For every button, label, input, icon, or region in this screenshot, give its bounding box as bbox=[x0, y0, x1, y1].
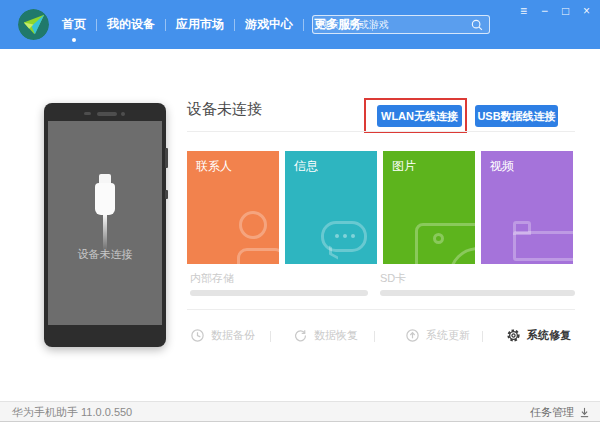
data-backup-action: 数据备份 bbox=[190, 328, 255, 343]
search-input[interactable] bbox=[313, 16, 470, 33]
action-separator bbox=[374, 331, 375, 342]
phone-top-bezel bbox=[44, 111, 166, 117]
search-icon bbox=[470, 18, 484, 32]
nav-item-app-market[interactable]: 应用市场 bbox=[166, 16, 234, 33]
nav-item-home[interactable]: 首页 bbox=[52, 16, 96, 33]
phone-camera bbox=[121, 112, 125, 116]
phone-volume-button bbox=[165, 148, 168, 168]
contacts-icon bbox=[239, 211, 267, 239]
usb-connect-button[interactable]: USB数据线连接 bbox=[475, 105, 558, 127]
action-separator bbox=[270, 331, 271, 342]
nav-item-game-center[interactable]: 游戏中心 bbox=[235, 16, 303, 33]
phone-illustration: 设备未连接 bbox=[44, 103, 166, 347]
maximize-icon[interactable]: □ bbox=[560, 4, 571, 18]
header-bar: 首页 我的设备 应用市场 游戏中心 更多服务 ≡ − □ × bbox=[0, 0, 600, 49]
internal-storage-bar bbox=[190, 290, 368, 296]
tile-contacts[interactable]: 联系人 bbox=[187, 151, 279, 264]
divider bbox=[187, 131, 575, 132]
device-status-title: 设备未连接 bbox=[187, 100, 262, 119]
active-dot bbox=[72, 38, 76, 42]
window-controls: ≡ − □ × bbox=[518, 4, 592, 18]
divider bbox=[187, 309, 575, 310]
phone-speaker bbox=[97, 112, 117, 116]
phone-screen: 设备未连接 bbox=[48, 121, 162, 325]
backup-clock-icon bbox=[190, 328, 205, 343]
system-update-action: 系统更新 bbox=[405, 328, 470, 343]
action-separator bbox=[482, 331, 483, 342]
menu-icon[interactable]: ≡ bbox=[518, 4, 529, 18]
tile-messages[interactable]: 信息 bbox=[285, 151, 377, 264]
usb-cable bbox=[103, 215, 107, 251]
phone-power-button bbox=[165, 190, 168, 199]
data-restore-action: 数据恢复 bbox=[293, 328, 358, 343]
phone-status-label: 设备未连接 bbox=[48, 247, 162, 262]
restore-arrow-icon bbox=[293, 328, 308, 343]
tile-pictures[interactable]: 图片 bbox=[383, 151, 475, 264]
system-repair-action[interactable]: 系统修复 bbox=[506, 328, 571, 343]
update-arrow-icon bbox=[405, 328, 420, 343]
tile-videos[interactable]: 视频 bbox=[481, 151, 573, 264]
app-logo-icon bbox=[18, 9, 49, 40]
close-icon[interactable]: × bbox=[581, 4, 592, 18]
search-box[interactable] bbox=[312, 15, 490, 34]
app-version-text: 华为手机助手 11.0.0.550 bbox=[12, 402, 132, 422]
usb-plug-body bbox=[95, 183, 115, 215]
hisuite-window: 首页 我的设备 应用市场 游戏中心 更多服务 ≡ − □ × bbox=[0, 0, 600, 422]
status-bar: 华为手机助手 11.0.0.550 任务管理 bbox=[0, 401, 600, 422]
sd-card-bar bbox=[380, 290, 575, 296]
internal-storage-label: 内部存储 bbox=[190, 271, 234, 286]
sd-card-label: SD卡 bbox=[380, 271, 406, 286]
nav-item-my-device[interactable]: 我的设备 bbox=[97, 16, 165, 33]
repair-gear-icon bbox=[506, 328, 521, 343]
minimize-icon[interactable]: − bbox=[539, 4, 550, 18]
download-icon bbox=[579, 407, 590, 418]
phone-sensor bbox=[84, 112, 91, 115]
task-manager-button[interactable]: 任务管理 bbox=[530, 402, 590, 422]
annotation-highlight-box bbox=[364, 98, 467, 133]
